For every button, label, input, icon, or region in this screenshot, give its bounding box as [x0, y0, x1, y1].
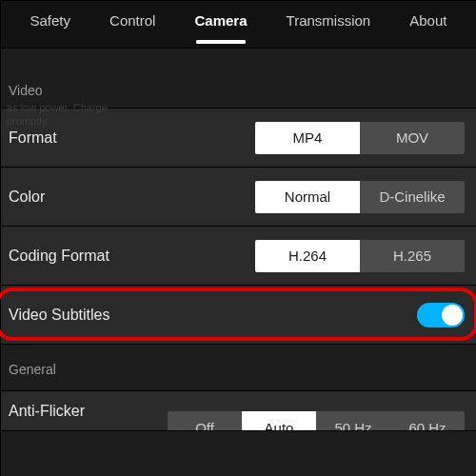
- tab-transmission[interactable]: Transmission: [285, 7, 373, 42]
- row-coding-label: Coding Format: [9, 248, 109, 265]
- row-color: Color Normal D-Cinelike: [1, 168, 476, 227]
- row-anti-flicker-label: Anti-Flicker: [9, 403, 85, 420]
- coding-option-h264[interactable]: H.264: [255, 240, 360, 272]
- anti-flicker-option-off[interactable]: Off: [168, 411, 242, 431]
- color-segmented[interactable]: Normal D-Cinelike: [255, 181, 465, 213]
- format-option-mov[interactable]: MOV: [360, 122, 465, 154]
- color-option-normal[interactable]: Normal: [255, 181, 360, 213]
- anti-flicker-option-auto[interactable]: Auto: [242, 411, 316, 431]
- anti-flicker-segmented[interactable]: Off Auto 50 Hz 60 Hz: [168, 411, 465, 431]
- format-segmented[interactable]: MP4 MOV: [255, 122, 465, 154]
- tab-safety[interactable]: Safety: [29, 7, 73, 42]
- color-option-dcinelike[interactable]: D-Cinelike: [360, 181, 465, 213]
- tab-control[interactable]: Control: [108, 7, 157, 42]
- row-format-label: Format: [9, 129, 57, 147]
- anti-flicker-option-60hz[interactable]: 60 Hz: [390, 411, 465, 431]
- subtitles-toggle[interactable]: [417, 303, 465, 327]
- anti-flicker-option-50hz[interactable]: 50 Hz: [316, 411, 390, 431]
- row-format: Format MP4 MOV: [1, 109, 476, 168]
- row-subtitles-label: Video Subtitles: [9, 307, 109, 324]
- tab-about[interactable]: About: [407, 7, 448, 42]
- row-coding: Coding Format H.264 H.265: [1, 227, 476, 286]
- format-option-mp4[interactable]: MP4: [255, 122, 360, 154]
- tab-camera[interactable]: Camera: [192, 7, 248, 42]
- coding-option-h265[interactable]: H.265: [360, 240, 465, 272]
- section-general: General: [1, 345, 476, 391]
- row-video-subtitles: Video Subtitles: [1, 286, 476, 345]
- settings-tabs: Safety Control Camera Transmission About: [1, 1, 476, 49]
- row-color-label: Color: [9, 188, 45, 206]
- coding-segmented[interactable]: H.264 H.265: [255, 240, 465, 272]
- toggle-knob: [442, 305, 463, 326]
- section-video: Video: [1, 49, 476, 109]
- row-anti-flicker: Anti-Flicker Off Auto 50 Hz 60 Hz: [1, 391, 476, 431]
